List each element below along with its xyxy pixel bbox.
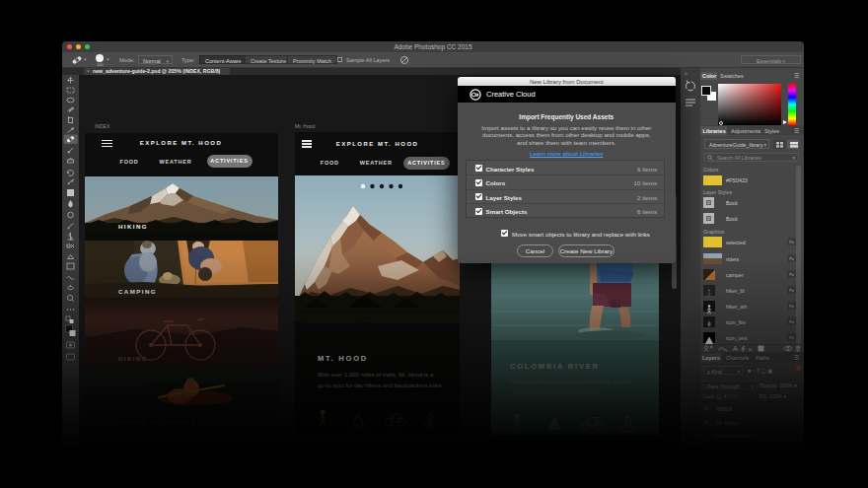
svg-text:The Colombia river isn’t just: The Colombia river isn’t just for fishin… <box>510 379 634 384</box>
svg-text:miles of trails and amazing sc: miles of trails and amazing scenery. <box>510 389 604 395</box>
svg-text:CAMPING: CAMPING <box>118 288 157 295</box>
svg-text:With over 1,000 miles of trail: With over 1,000 miles of trails, Mt. Hoo… <box>318 372 434 378</box>
svg-text:BIKING: BIKING <box>118 355 148 362</box>
svg-text:COLOMBIA RIVER: COLOMBIA RIVER <box>510 362 600 371</box>
svg-text:MT. HOOD: MT. HOOD <box>318 354 368 363</box>
svg-text:go-to spot for day hikers and: go-to spot for day hikers and backpacker… <box>318 383 443 388</box>
svg-text:WATER ACTIVITIES: WATER ACTIVITIES <box>118 418 197 425</box>
svg-text:HIKING: HIKING <box>118 223 148 230</box>
